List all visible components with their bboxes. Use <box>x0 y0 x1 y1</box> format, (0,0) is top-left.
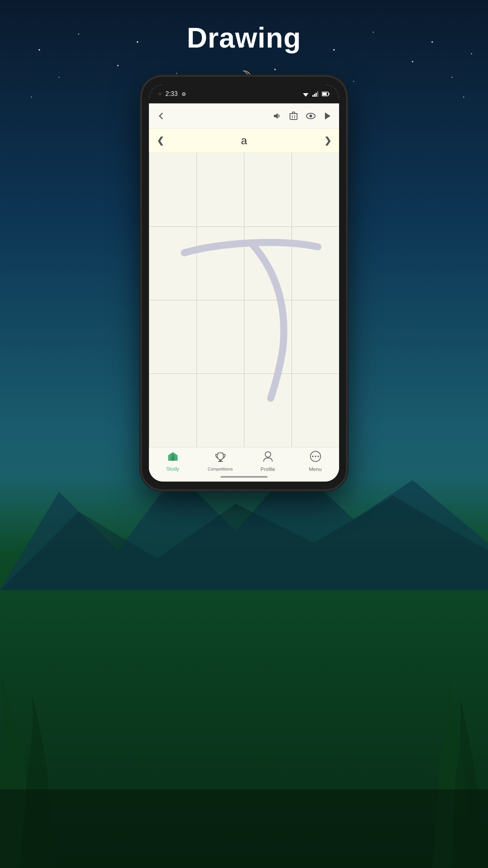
drawn-stroke <box>149 153 339 447</box>
toolbar <box>149 103 339 129</box>
current-char: a <box>241 134 247 147</box>
profile-icon <box>263 451 273 465</box>
svg-point-51 <box>317 456 319 457</box>
delete-button[interactable] <box>290 112 297 120</box>
competitions-label: Competitions <box>207 467 233 471</box>
settings-icon: ⚙ <box>182 91 186 97</box>
char-nav: ❮ a ❯ <box>149 129 339 153</box>
svg-point-15 <box>412 61 413 63</box>
svg-rect-24 <box>0 789 488 868</box>
svg-rect-37 <box>292 112 295 114</box>
study-label: Study <box>166 466 179 472</box>
drawing-canvas[interactable] <box>149 153 339 447</box>
svg-rect-28 <box>314 94 315 97</box>
svg-point-47 <box>265 452 271 457</box>
svg-rect-27 <box>312 95 314 97</box>
study-icon <box>167 451 178 464</box>
svg-rect-30 <box>317 91 318 97</box>
svg-point-16 <box>451 77 453 78</box>
menu-label: Menu <box>309 466 322 472</box>
sound-button[interactable] <box>272 112 281 120</box>
nav-competitions[interactable]: Competitions <box>196 451 244 471</box>
camera-dot <box>158 92 161 96</box>
nav-study[interactable]: Study <box>149 451 196 472</box>
play-button[interactable] <box>324 112 331 120</box>
svg-rect-29 <box>316 93 317 97</box>
svg-point-11 <box>117 65 119 66</box>
svg-rect-32 <box>323 93 327 96</box>
home-indicator <box>220 476 268 478</box>
nav-profile[interactable]: Profile <box>244 451 292 472</box>
wifi-icon <box>302 91 309 97</box>
svg-point-13 <box>274 69 276 70</box>
phone-screen: 2:33 ⚙ <box>149 85 339 482</box>
back-button[interactable] <box>157 112 165 120</box>
app-content: ❮ a ❯ <box>149 103 339 482</box>
svg-rect-35 <box>290 114 297 120</box>
svg-point-14 <box>353 81 354 82</box>
time-display: 2:33 <box>165 90 178 97</box>
svg-marker-34 <box>274 113 278 119</box>
competitions-icon <box>215 451 226 465</box>
svg-point-50 <box>315 456 316 457</box>
status-bar: 2:33 ⚙ <box>149 85 339 103</box>
svg-marker-42 <box>325 112 330 120</box>
prev-char-button[interactable]: ❮ <box>157 136 164 146</box>
phone-frame: 2:33 ⚙ <box>142 77 346 489</box>
svg-point-41 <box>310 114 312 117</box>
grass-fg <box>0 593 488 868</box>
svg-point-17 <box>31 96 32 97</box>
profile-label: Profile <box>261 466 275 472</box>
page-title: Drawing <box>0 22 488 54</box>
svg-point-10 <box>59 77 60 78</box>
svg-point-49 <box>312 456 314 457</box>
svg-point-21 <box>463 96 464 97</box>
nav-menu[interactable]: Menu <box>292 451 339 472</box>
battery-icon <box>322 92 330 96</box>
svg-rect-44 <box>172 454 174 457</box>
svg-rect-33 <box>329 93 330 95</box>
eye-button[interactable] <box>306 113 316 119</box>
menu-icon <box>310 451 321 465</box>
signal-icon <box>312 91 319 97</box>
svg-rect-46 <box>218 461 223 462</box>
next-char-button[interactable]: ❯ <box>324 136 331 146</box>
svg-rect-45 <box>219 460 222 461</box>
svg-point-12 <box>176 73 178 74</box>
svg-rect-43 <box>171 457 174 461</box>
